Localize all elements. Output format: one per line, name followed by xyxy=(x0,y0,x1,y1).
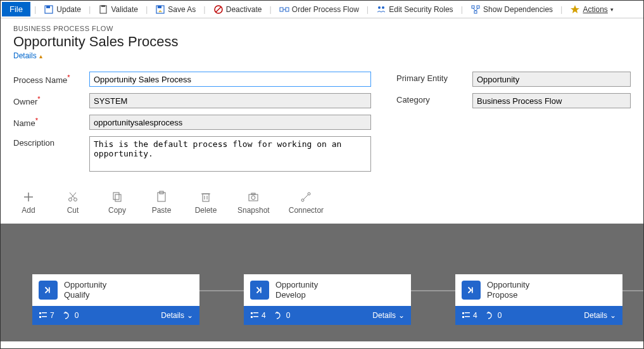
add-label: Add xyxy=(22,206,35,215)
separator: | xyxy=(85,4,94,14)
connector-button[interactable]: Connector xyxy=(289,191,324,215)
svg-rect-46 xyxy=(253,312,258,314)
branches-count: 0 xyxy=(63,311,79,320)
edit-security-label: Edit Security Roles xyxy=(389,5,453,14)
chevron-down-icon: ▾ xyxy=(610,6,614,13)
show-deps-button[interactable]: Show Dependencies xyxy=(467,3,557,16)
copy-icon xyxy=(111,191,123,203)
delete-button[interactable]: Delete xyxy=(193,191,218,215)
separator: | xyxy=(199,4,209,14)
stage-header: OpportunityDevelop xyxy=(244,274,411,306)
bpf-label: BUSINESS PROCESS FLOW xyxy=(13,25,631,32)
steps-count: 4 xyxy=(462,311,477,320)
form-col-left: Process Name* Owner* Name* Description T… xyxy=(13,72,371,178)
separator: | xyxy=(30,4,40,14)
header: BUSINESS PROCESS FLOW Opportunity Sales … xyxy=(1,18,643,60)
deactivate-button[interactable]: Deactivate xyxy=(210,3,266,16)
svg-line-17 xyxy=(476,8,478,11)
update-label: Update xyxy=(56,5,81,14)
details-label: Details xyxy=(13,51,37,60)
svg-rect-9 xyxy=(286,8,289,11)
svg-rect-47 xyxy=(251,316,253,318)
category-input[interactable] xyxy=(472,93,631,108)
svg-line-7 xyxy=(216,7,221,12)
details-button[interactable]: Details⌄ xyxy=(161,311,193,320)
edit-security-button[interactable]: Edit Security Roles xyxy=(372,3,457,16)
separator: | xyxy=(363,4,372,14)
svg-rect-8 xyxy=(280,8,283,11)
security-icon xyxy=(376,4,386,15)
svg-rect-39 xyxy=(49,288,50,293)
svg-rect-5 xyxy=(158,6,161,8)
svg-rect-41 xyxy=(42,312,47,314)
stage-footer: 4 0 Details⌄ xyxy=(455,306,622,325)
paste-label: Paste xyxy=(152,206,172,215)
details-link[interactable]: Details ▴ xyxy=(13,51,42,60)
svg-rect-3 xyxy=(101,5,105,7)
svg-rect-53 xyxy=(465,316,470,317)
svg-marker-18 xyxy=(571,5,579,13)
stage-icon xyxy=(39,281,58,300)
separator: | xyxy=(265,4,275,14)
copy-label: Copy xyxy=(108,206,126,215)
owner-label: Owner* xyxy=(13,93,89,106)
clipboard-icon xyxy=(98,4,108,15)
svg-rect-49 xyxy=(472,288,473,293)
svg-point-12 xyxy=(382,6,384,9)
svg-rect-29 xyxy=(203,194,209,201)
separator: | xyxy=(457,4,467,14)
process-name-label: Process Name* xyxy=(13,72,89,85)
separator: | xyxy=(557,4,566,14)
process-name-input[interactable] xyxy=(89,72,371,87)
stage-name: OpportunityDevelop xyxy=(275,280,318,300)
canvas[interactable]: OpportunityQualify 7 0 Details⌄ Opportun… xyxy=(1,224,643,341)
svg-rect-13 xyxy=(472,6,474,8)
description-input[interactable]: This is the default process flow for wor… xyxy=(89,136,371,172)
actionbar: Add Cut Copy Paste Delete Snapshot Conne… xyxy=(1,184,643,224)
order-flow-button[interactable]: Order Process Flow xyxy=(275,3,363,16)
details-button[interactable]: Details⌄ xyxy=(372,311,405,320)
details-button[interactable]: Details⌄ xyxy=(584,311,616,320)
svg-rect-48 xyxy=(253,316,258,317)
steps-count: 4 xyxy=(250,311,266,320)
save-icon xyxy=(44,4,54,15)
update-button[interactable]: Update xyxy=(40,3,85,16)
actions-button[interactable]: Actions ▾ xyxy=(566,3,617,16)
name-input[interactable] xyxy=(89,115,371,130)
copy-button[interactable]: Copy xyxy=(104,191,130,215)
snapshot-label: Snapshot xyxy=(237,206,270,215)
primary-entity-input[interactable] xyxy=(472,72,631,87)
stage-icon xyxy=(250,281,269,300)
add-button[interactable]: Add xyxy=(16,191,41,215)
stage-header: OpportunityQualify xyxy=(32,274,199,306)
svg-rect-43 xyxy=(42,316,47,317)
save-as-label: Save As xyxy=(168,5,196,14)
stage-develop[interactable]: OpportunityDevelop 4 0 Details⌄ xyxy=(244,274,411,325)
form-col-right: Primary Entity Category xyxy=(396,72,631,178)
branches-count: 0 xyxy=(275,311,291,320)
stage-name: OpportunityPropose xyxy=(487,280,529,300)
svg-line-23 xyxy=(71,193,76,198)
owner-input[interactable] xyxy=(89,93,371,108)
save-as-button[interactable]: Save As xyxy=(151,3,199,16)
validate-button[interactable]: Validate xyxy=(94,3,141,16)
svg-rect-42 xyxy=(39,316,41,318)
stage-icon xyxy=(462,281,481,300)
connector-label: Connector xyxy=(289,206,324,215)
scissors-icon xyxy=(66,191,79,203)
svg-rect-44 xyxy=(260,288,262,293)
stage-qualify[interactable]: OpportunityQualify 7 0 Details⌄ xyxy=(32,274,199,325)
form: Process Name* Owner* Name* Description T… xyxy=(1,60,643,184)
svg-point-21 xyxy=(69,198,72,201)
svg-point-34 xyxy=(251,196,255,200)
toolbar: File | Update | Validate | Save As | Dea… xyxy=(1,1,643,18)
paste-button[interactable]: Paste xyxy=(149,191,174,215)
snapshot-button[interactable]: Snapshot xyxy=(237,191,270,215)
svg-rect-26 xyxy=(115,194,121,201)
file-button[interactable]: File xyxy=(2,2,30,16)
stage-name: OpportunityQualify xyxy=(64,280,106,300)
flow-icon xyxy=(279,4,289,15)
svg-point-22 xyxy=(74,198,77,201)
stage-propose[interactable]: OpportunityPropose 4 0 Details⌄ xyxy=(455,274,622,325)
cut-button[interactable]: Cut xyxy=(60,191,85,215)
